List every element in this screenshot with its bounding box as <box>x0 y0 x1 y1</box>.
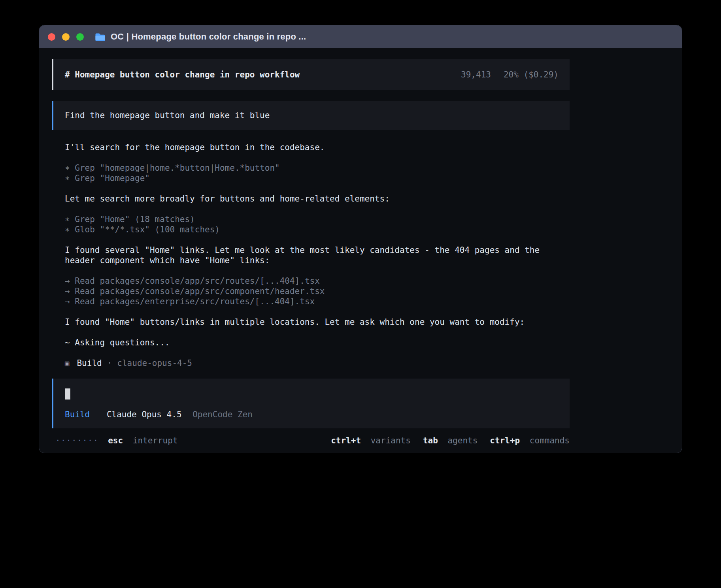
tool-call-text: Read packages/console/app/src/component/… <box>75 286 325 296</box>
mode-agent-label[interactable]: Build <box>65 410 90 419</box>
tool-call-read: → Read packages/console/app/src/componen… <box>65 286 570 296</box>
agent-model-name: claude-opus-4-5 <box>117 358 192 368</box>
asking-questions-status: ~ Asking questions... <box>65 337 553 348</box>
tool-call-text: Read packages/console/app/src/routes/[..… <box>75 276 320 286</box>
assistant-paragraph: I found several "Home" links. Let me loo… <box>65 245 553 266</box>
asterisk-icon: ∗ <box>65 225 70 234</box>
traffic-lights <box>48 33 84 41</box>
interrupt-label: interrupt <box>133 436 178 445</box>
user-message-text: Find the homepage button and make it blu… <box>65 111 270 120</box>
shortcut-label: commands <box>530 436 570 445</box>
tool-call-text: Grep "homepage|home.*button|Home.*button… <box>75 163 279 173</box>
assistant-paragraph: I'll search for the homepage button in t… <box>65 142 553 153</box>
shortcut-key: ctrl+p <box>490 436 520 445</box>
agent-name: Build <box>77 358 102 368</box>
session-title: # Homepage button color change in repo w… <box>65 70 300 79</box>
asterisk-icon: ∗ <box>65 173 70 183</box>
close-button[interactable] <box>48 33 55 41</box>
shortcut-label: agents <box>447 436 478 445</box>
tool-call-read: → Read packages/enterprise/src/routes/[.… <box>65 296 570 307</box>
titlebar[interactable]: OC | Homepage button color change in rep… <box>39 25 682 48</box>
context-usage: 20% ($0.29) <box>504 70 559 79</box>
tool-call-glob: ∗ Glob "**/*.tsx" (100 matches) <box>65 224 570 235</box>
agent-status-line: ▣ Build · claude-opus-4-5 <box>65 358 570 368</box>
asterisk-icon: ∗ <box>65 163 70 173</box>
tool-call-grep: ∗ Grep "Homepage" <box>65 173 570 183</box>
session-stats: 39,413 20% ($0.29) <box>461 70 559 79</box>
provider-label: OpenCode Zen <box>193 410 253 419</box>
tool-call-text: Grep "Home" (18 matches) <box>75 215 194 224</box>
agent-icon: ▣ <box>65 358 69 368</box>
interrupt-hint: esc interrupt <box>108 436 177 445</box>
shortcut-variants: ctrl+t variants <box>331 436 411 445</box>
input-modeline: Build Claude Opus 4.5 OpenCode Zen <box>65 410 558 419</box>
tool-call-text: Glob "**/*.tsx" (100 matches) <box>75 225 220 234</box>
tool-call-grep: ∗ Grep "Home" (18 matches) <box>65 214 570 224</box>
asterisk-icon: ∗ <box>65 215 70 224</box>
keyboard-shortcuts: ctrl+t variants tab agents ctrl+p comman… <box>331 436 570 445</box>
model-label[interactable]: Claude Opus 4.5 <box>107 410 182 419</box>
shortcut-key: ctrl+t <box>331 436 361 445</box>
assistant-paragraph: I found "Home" buttons/links in multiple… <box>65 317 553 327</box>
terminal-content: # Homepage button color change in repo w… <box>39 48 682 445</box>
minimize-button[interactable] <box>62 33 70 41</box>
tool-call-grep: ∗ Grep "homepage|home.*button|Home.*butt… <box>65 163 570 173</box>
folder-icon <box>95 32 106 41</box>
title-group: OC | Homepage button color change in rep… <box>95 32 306 42</box>
arrow-right-icon: → <box>65 276 70 286</box>
token-count: 39,413 <box>461 70 491 79</box>
tool-call-read: → Read packages/console/app/src/routes/[… <box>65 276 570 286</box>
zoom-button[interactable] <box>76 33 84 41</box>
text-cursor[interactable] <box>65 388 70 400</box>
shortcut-agents: tab agents <box>423 436 478 445</box>
terminal-window: OC | Homepage button color change in rep… <box>39 25 682 453</box>
tool-call-text: Read packages/enterprise/src/routes/[...… <box>75 297 315 306</box>
shortcut-commands: ctrl+p commands <box>490 436 570 445</box>
user-message: Find the homepage button and make it blu… <box>52 101 570 130</box>
session-header: # Homepage button color change in repo w… <box>52 59 570 90</box>
tool-call-group: ∗ Grep "homepage|home.*button|Home.*butt… <box>65 163 570 183</box>
assistant-paragraph: Let me search more broadly for buttons a… <box>65 194 553 204</box>
assistant-output: I'll search for the homepage button in t… <box>52 142 570 368</box>
dot-separator: · <box>107 358 112 368</box>
arrow-right-icon: → <box>65 297 70 306</box>
tool-call-group: → Read packages/console/app/src/routes/[… <box>65 276 570 307</box>
prompt-input[interactable]: Build Claude Opus 4.5 OpenCode Zen <box>52 379 570 428</box>
window-title: OC | Homepage button color change in rep… <box>111 32 306 42</box>
shortcut-label: variants <box>371 436 411 445</box>
tool-call-group: ∗ Grep "Home" (18 matches) ∗ Glob "**/*.… <box>65 214 570 235</box>
spinner-dots-icon: ········ <box>55 436 98 445</box>
status-bar: ········ esc interrupt ctrl+t variants t… <box>52 436 570 445</box>
tool-call-text: Grep "Homepage" <box>75 173 150 183</box>
arrow-right-icon: → <box>65 286 70 296</box>
shortcut-key: tab <box>423 436 438 445</box>
esc-key: esc <box>108 436 123 445</box>
